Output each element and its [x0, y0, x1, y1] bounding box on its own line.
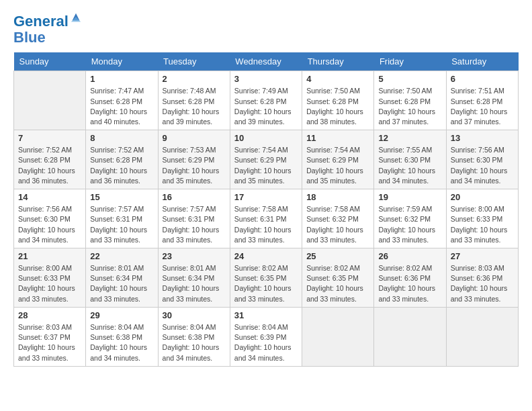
cell-sun-info: Sunrise: 8:04 AMSunset: 6:39 PMDaylight:…: [234, 322, 298, 363]
calendar-cell: 25Sunrise: 8:02 AMSunset: 6:35 PMDayligh…: [302, 248, 374, 308]
day-number: 1: [90, 74, 153, 84]
day-number: 4: [306, 74, 369, 84]
cell-sun-info: Sunrise: 7:52 AMSunset: 6:28 PMDaylight:…: [90, 145, 153, 186]
calendar-cell: [302, 307, 374, 366]
logo: General Blue: [13, 13, 82, 46]
day-number: 25: [306, 251, 369, 261]
logo-text: General: [13, 13, 69, 30]
day-number: 7: [18, 133, 81, 143]
day-number: 22: [90, 251, 153, 261]
day-number: 20: [451, 192, 514, 202]
day-number: 5: [378, 74, 441, 84]
dow-header-sunday: Sunday: [14, 52, 86, 71]
week-row-3: 14Sunrise: 7:56 AMSunset: 6:30 PMDayligh…: [14, 189, 519, 248]
day-number: 28: [18, 310, 81, 320]
calendar-cell: 19Sunrise: 7:59 AMSunset: 6:32 PMDayligh…: [374, 189, 446, 248]
day-number: 11: [306, 133, 369, 143]
calendar-cell: 20Sunrise: 8:00 AMSunset: 6:33 PMDayligh…: [446, 189, 518, 248]
dow-header-monday: Monday: [86, 52, 158, 71]
dow-header-wednesday: Wednesday: [230, 52, 302, 71]
day-number: 15: [90, 192, 153, 202]
calendar-cell: 4Sunrise: 7:50 AMSunset: 6:28 PMDaylight…: [302, 71, 374, 130]
cell-sun-info: Sunrise: 7:57 AMSunset: 6:31 PMDaylight:…: [163, 204, 226, 245]
cell-sun-info: Sunrise: 7:58 AMSunset: 6:31 PMDaylight:…: [234, 204, 298, 245]
calendar-cell: 30Sunrise: 8:04 AMSunset: 6:38 PMDayligh…: [158, 307, 230, 366]
logo-icon: [70, 12, 82, 24]
calendar-cell: 8Sunrise: 7:52 AMSunset: 6:28 PMDaylight…: [86, 130, 158, 189]
cell-sun-info: Sunrise: 8:01 AMSunset: 6:34 PMDaylight:…: [163, 263, 226, 304]
calendar-cell: 21Sunrise: 8:00 AMSunset: 6:33 PMDayligh…: [14, 248, 86, 308]
week-row-4: 21Sunrise: 8:00 AMSunset: 6:33 PMDayligh…: [14, 248, 519, 308]
cell-sun-info: Sunrise: 8:04 AMSunset: 6:38 PMDaylight:…: [163, 322, 226, 363]
cell-sun-info: Sunrise: 7:50 AMSunset: 6:28 PMDaylight:…: [306, 86, 369, 127]
day-number: 13: [451, 133, 514, 143]
calendar-cell: [14, 71, 86, 130]
day-number: 30: [163, 310, 226, 320]
day-number: 2: [163, 74, 226, 84]
day-number: 6: [451, 74, 514, 84]
day-number: 29: [90, 310, 153, 320]
calendar-cell: 1Sunrise: 7:47 AMSunset: 6:28 PMDaylight…: [86, 71, 158, 130]
day-number: 19: [378, 192, 441, 202]
cell-sun-info: Sunrise: 7:51 AMSunset: 6:28 PMDaylight:…: [451, 86, 514, 127]
day-number: 26: [378, 251, 441, 261]
calendar-cell: 11Sunrise: 7:54 AMSunset: 6:29 PMDayligh…: [302, 130, 374, 189]
dow-header-tuesday: Tuesday: [158, 52, 230, 71]
day-number: 10: [234, 133, 298, 143]
cell-sun-info: Sunrise: 7:58 AMSunset: 6:32 PMDaylight:…: [306, 204, 369, 245]
calendar-cell: [374, 307, 446, 366]
cell-sun-info: Sunrise: 8:01 AMSunset: 6:34 PMDaylight:…: [90, 263, 153, 304]
day-number: 12: [378, 133, 441, 143]
calendar-cell: [446, 307, 518, 366]
calendar-cell: 13Sunrise: 7:56 AMSunset: 6:30 PMDayligh…: [446, 130, 518, 189]
calendar-cell: 26Sunrise: 8:02 AMSunset: 6:36 PMDayligh…: [374, 248, 446, 308]
calendar-cell: 10Sunrise: 7:54 AMSunset: 6:29 PMDayligh…: [230, 130, 302, 189]
day-number: 9: [163, 133, 226, 143]
page-header: General Blue: [13, 13, 519, 46]
calendar-cell: 3Sunrise: 7:49 AMSunset: 6:28 PMDaylight…: [230, 71, 302, 130]
cell-sun-info: Sunrise: 7:54 AMSunset: 6:29 PMDaylight:…: [234, 145, 298, 186]
cell-sun-info: Sunrise: 7:59 AMSunset: 6:32 PMDaylight:…: [378, 204, 441, 245]
calendar-cell: 22Sunrise: 8:01 AMSunset: 6:34 PMDayligh…: [86, 248, 158, 308]
calendar-cell: 15Sunrise: 7:57 AMSunset: 6:31 PMDayligh…: [86, 189, 158, 248]
logo-text-blue: Blue: [13, 30, 82, 46]
cell-sun-info: Sunrise: 8:00 AMSunset: 6:33 PMDaylight:…: [18, 263, 81, 304]
cell-sun-info: Sunrise: 7:56 AMSunset: 6:30 PMDaylight:…: [18, 204, 81, 245]
calendar-cell: 23Sunrise: 8:01 AMSunset: 6:34 PMDayligh…: [158, 248, 230, 308]
calendar-table: SundayMondayTuesdayWednesdayThursdayFrid…: [13, 52, 519, 366]
cell-sun-info: Sunrise: 7:55 AMSunset: 6:30 PMDaylight:…: [378, 145, 441, 186]
calendar-cell: 24Sunrise: 8:02 AMSunset: 6:35 PMDayligh…: [230, 248, 302, 308]
day-number: 14: [18, 192, 81, 202]
calendar-cell: 6Sunrise: 7:51 AMSunset: 6:28 PMDaylight…: [446, 71, 518, 130]
day-number: 3: [234, 74, 298, 84]
day-number: 27: [451, 251, 514, 261]
day-number: 21: [18, 251, 81, 261]
cell-sun-info: Sunrise: 7:47 AMSunset: 6:28 PMDaylight:…: [90, 86, 153, 127]
cell-sun-info: Sunrise: 7:53 AMSunset: 6:29 PMDaylight:…: [163, 145, 226, 186]
day-number: 24: [234, 251, 298, 261]
day-of-week-row: SundayMondayTuesdayWednesdayThursdayFrid…: [14, 52, 519, 71]
day-number: 18: [306, 192, 369, 202]
cell-sun-info: Sunrise: 7:54 AMSunset: 6:29 PMDaylight:…: [306, 145, 369, 186]
cell-sun-info: Sunrise: 8:03 AMSunset: 6:36 PMDaylight:…: [451, 263, 514, 304]
cell-sun-info: Sunrise: 8:02 AMSunset: 6:36 PMDaylight:…: [378, 263, 441, 304]
calendar-cell: 27Sunrise: 8:03 AMSunset: 6:36 PMDayligh…: [446, 248, 518, 308]
cell-sun-info: Sunrise: 7:50 AMSunset: 6:28 PMDaylight:…: [378, 86, 441, 127]
calendar-cell: 29Sunrise: 8:04 AMSunset: 6:38 PMDayligh…: [86, 307, 158, 366]
calendar-cell: 18Sunrise: 7:58 AMSunset: 6:32 PMDayligh…: [302, 189, 374, 248]
day-number: 17: [234, 192, 298, 202]
svg-marker-1: [71, 17, 81, 21]
week-row-2: 7Sunrise: 7:52 AMSunset: 6:28 PMDaylight…: [14, 130, 519, 189]
cell-sun-info: Sunrise: 8:02 AMSunset: 6:35 PMDaylight:…: [234, 263, 298, 304]
cell-sun-info: Sunrise: 8:02 AMSunset: 6:35 PMDaylight:…: [306, 263, 369, 304]
calendar-cell: 2Sunrise: 7:48 AMSunset: 6:28 PMDaylight…: [158, 71, 230, 130]
dow-header-thursday: Thursday: [302, 52, 374, 71]
calendar-body: 1Sunrise: 7:47 AMSunset: 6:28 PMDaylight…: [14, 71, 519, 366]
day-number: 23: [163, 251, 226, 261]
cell-sun-info: Sunrise: 7:49 AMSunset: 6:28 PMDaylight:…: [234, 86, 298, 127]
calendar-cell: 17Sunrise: 7:58 AMSunset: 6:31 PMDayligh…: [230, 189, 302, 248]
calendar-cell: 5Sunrise: 7:50 AMSunset: 6:28 PMDaylight…: [374, 71, 446, 130]
calendar-cell: 14Sunrise: 7:56 AMSunset: 6:30 PMDayligh…: [14, 189, 86, 248]
week-row-5: 28Sunrise: 8:03 AMSunset: 6:37 PMDayligh…: [14, 307, 519, 366]
dow-header-friday: Friday: [374, 52, 446, 71]
